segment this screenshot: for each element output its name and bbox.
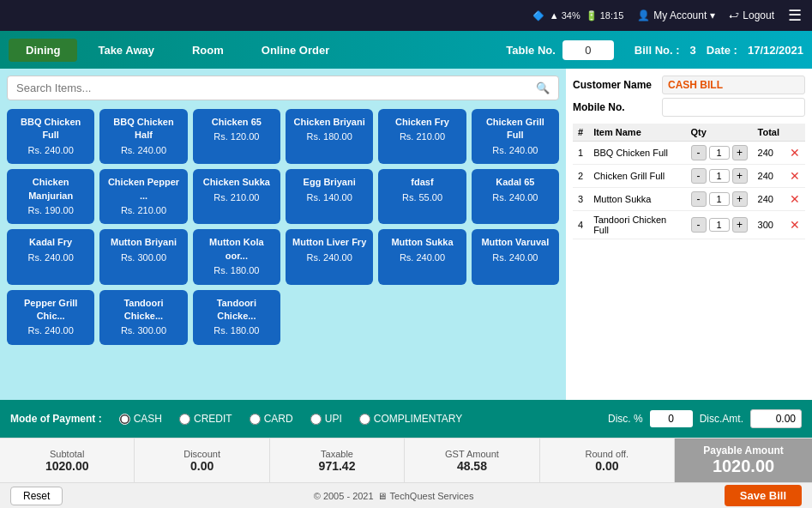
menu-item[interactable]: Chicken ManjurianRs. 190.00 <box>7 169 94 224</box>
qty-minus[interactable]: - <box>691 217 707 233</box>
disc-amt-label: Disc.Amt. <box>700 413 743 425</box>
hamburger-menu[interactable]: ☰ <box>788 6 802 25</box>
row-item-name: Mutton Sukka <box>588 188 685 211</box>
payment-complimentary[interactable]: COMPLIMENTARY <box>359 413 463 425</box>
left-panel: 🔍 BBQ Chicken FullRs. 240.00BBQ Chicken … <box>0 69 566 400</box>
taxable-value: 971.42 <box>319 459 356 473</box>
customer-mobile-input[interactable] <box>662 98 805 117</box>
qty-plus[interactable]: + <box>732 145 748 160</box>
qty-value[interactable] <box>709 192 730 206</box>
row-remove[interactable]: ✕ <box>785 142 805 165</box>
table-no-input[interactable] <box>562 40 614 60</box>
payment-credit[interactable]: CREDIT <box>179 413 232 425</box>
qty-plus[interactable]: + <box>732 191 748 207</box>
payment-card[interactable]: CARD <box>250 413 293 425</box>
menu-item[interactable]: Chicken Grill FullRs. 240.00 <box>472 109 559 164</box>
account-menu[interactable]: 👤 My Account ▾ <box>637 9 715 21</box>
remove-icon[interactable]: ✕ <box>790 192 800 206</box>
search-input[interactable] <box>16 82 531 94</box>
menu-item[interactable]: Kadal 65Rs. 240.00 <box>472 169 559 224</box>
menu-item[interactable]: Mutton Kola oor...Rs. 180.00 <box>193 229 280 284</box>
battery-time: 🔋 18:15 <box>586 10 624 21</box>
subtotal-label: Subtotal <box>50 449 84 459</box>
qty-value[interactable] <box>709 218 730 232</box>
row-qty[interactable]: - + <box>686 165 753 188</box>
disc-percent-input[interactable] <box>650 410 693 427</box>
row-qty[interactable]: - + <box>686 188 753 211</box>
payment-cash[interactable]: CASH <box>119 413 162 425</box>
row-remove[interactable]: ✕ <box>785 165 805 188</box>
top-bar: 🔷 ▲ 34% 🔋 18:15 👤 My Account ▾ ⮐ Logout … <box>0 0 812 31</box>
date-value: 17/12/2021 <box>748 44 803 57</box>
save-bill-button[interactable]: Save Bill <box>725 485 802 506</box>
menu-item[interactable]: Mutton Liver FryRs. 240.00 <box>286 229 373 284</box>
menu-item[interactable]: Chicken FryRs. 210.00 <box>378 109 466 164</box>
account-chevron: ▾ <box>710 9 715 21</box>
disc-amt-input[interactable] <box>750 409 802 428</box>
gst-label: GST Amount <box>445 449 499 459</box>
remove-icon[interactable]: ✕ <box>790 218 800 232</box>
logout-icon: ⮐ <box>729 9 739 21</box>
tab-dining[interactable]: Dining <box>9 39 77 62</box>
payable-cell: Payable Amount 1020.00 <box>675 438 812 482</box>
taxable-cell: Taxable 971.42 <box>270 438 405 482</box>
remove-icon[interactable]: ✕ <box>790 169 800 183</box>
menu-item[interactable]: Chicken BriyaniRs. 180.00 <box>286 109 373 164</box>
menu-item[interactable]: Egg BriyaniRs. 140.00 <box>286 169 373 224</box>
col-action <box>785 124 805 142</box>
menu-item[interactable]: Chicken SukkaRs. 210.00 <box>193 169 280 224</box>
row-num: 1 <box>573 142 588 165</box>
menu-item[interactable]: Chicken Pepper ...Rs. 210.00 <box>99 169 187 224</box>
disc-percent-label: Disc. % <box>608 413 643 425</box>
menu-item[interactable]: Mutton SukkaRs. 240.00 <box>378 229 466 284</box>
tab-room[interactable]: Room <box>175 39 241 62</box>
row-remove[interactable]: ✕ <box>785 188 805 211</box>
qty-value[interactable] <box>709 146 730 160</box>
logout-button[interactable]: ⮐ Logout <box>729 9 774 21</box>
gst-cell: GST Amount 48.58 <box>405 438 539 482</box>
row-num: 3 <box>573 188 588 211</box>
qty-minus[interactable]: - <box>691 145 707 160</box>
menu-item[interactable]: Pepper Grill Chic...Rs. 240.00 <box>7 290 94 345</box>
row-remove[interactable]: ✕ <box>785 211 805 239</box>
customer-section: Customer Name CASH BILL Mobile No. <box>573 76 805 117</box>
roundoff-cell: Round off. 0.00 <box>540 438 675 482</box>
status-icons: 🔷 ▲ 34% 🔋 18:15 <box>532 10 624 21</box>
discount-label: Discount <box>183 449 220 459</box>
row-qty[interactable]: - + <box>686 142 753 165</box>
bill-no-value: 3 <box>690 44 696 57</box>
reset-button[interactable]: Reset <box>10 487 63 505</box>
content-area: 🔍 BBQ Chicken FullRs. 240.00BBQ Chicken … <box>0 69 812 400</box>
payable-label: Payable Amount <box>703 444 784 457</box>
techquest-icon: 🖥 <box>377 491 387 501</box>
menu-item[interactable]: Tandoori Chicke...Rs. 300.00 <box>99 290 187 345</box>
menu-item[interactable]: fdasfRs. 55.00 <box>378 169 466 224</box>
menu-item[interactable]: Tandoori Chicke...Rs. 180.00 <box>193 290 280 345</box>
qty-minus[interactable]: - <box>691 191 707 207</box>
row-total: 240 <box>753 142 785 165</box>
row-item-name: Tandoori Chicken Full <box>588 211 685 239</box>
menu-item[interactable]: Mutton VaruvalRs. 240.00 <box>472 229 559 284</box>
right-panel: Customer Name CASH BILL Mobile No. # Ite… <box>566 69 812 400</box>
order-table: # Item Name Qty Total 1 BBQ Chicken Full… <box>573 124 805 239</box>
signal-strength: ▲ 34% <box>550 10 580 21</box>
customer-name-label: Customer Name <box>573 76 659 94</box>
tab-takeaway[interactable]: Take Away <box>81 39 171 62</box>
row-qty[interactable]: - + <box>686 211 753 239</box>
qty-plus[interactable]: + <box>732 168 748 184</box>
menu-item[interactable]: Chicken 65Rs. 120.00 <box>193 109 280 164</box>
menu-item[interactable]: BBQ Chicken HalfRs. 240.00 <box>99 109 187 164</box>
col-num: # <box>573 124 588 142</box>
tab-onlineorder[interactable]: Online Order <box>244 39 346 62</box>
menu-item[interactable]: Kadal FryRs. 240.00 <box>7 229 94 284</box>
qty-minus[interactable]: - <box>691 168 707 184</box>
menu-item[interactable]: Mutton BriyaniRs. 300.00 <box>99 229 187 284</box>
col-itemname: Item Name <box>588 124 685 142</box>
menu-item[interactable]: BBQ Chicken FullRs. 240.00 <box>7 109 94 164</box>
qty-value[interactable] <box>709 169 730 183</box>
qty-plus[interactable]: + <box>732 217 748 233</box>
remove-icon[interactable]: ✕ <box>790 146 800 160</box>
search-bar[interactable]: 🔍 <box>7 76 559 100</box>
footer-info: © 2005 - 2021 🖥 TechQuest Services <box>314 491 474 501</box>
payment-upi[interactable]: UPI <box>310 413 342 425</box>
